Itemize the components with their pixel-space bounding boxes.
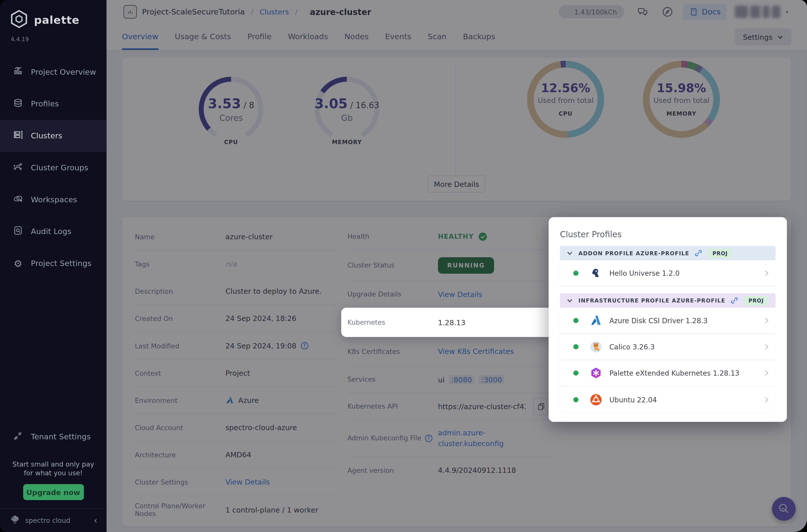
link-icon [731, 297, 739, 305]
chevron-right-icon [762, 343, 771, 351]
sidebar-item-project-settings[interactable]: ⚙ Project Settings [0, 248, 107, 280]
sidebar-item-label: Project Settings [31, 259, 91, 268]
azure-disk-icon [590, 315, 602, 327]
gear-icon: ⚙ [13, 258, 23, 268]
profile-pack-row-hello-universe[interactable]: Hello Universe 1.2.0 [560, 260, 775, 286]
network-icon [13, 162, 23, 174]
sidebar-footer: spectro cloud ‹ [0, 508, 107, 532]
chevron-right-icon [762, 269, 771, 277]
profile-pack-row-pxk[interactable]: Palette eXtended Kubernetes 1.28.13 [560, 360, 775, 386]
collapse-sidebar-icon[interactable]: ‹ [94, 515, 97, 525]
pack-name: Hello Universe 1.2.0 [609, 269, 680, 277]
profile-pack-row-ubuntu[interactable]: Ubuntu 22.04 [560, 386, 775, 413]
palette-logo-icon [9, 9, 29, 31]
pack-name: Ubuntu 22.04 [609, 395, 657, 404]
chevron-down-icon [566, 249, 574, 257]
infrastructure-profile-header[interactable]: INFRASTRUCTURE PROFILE AZURE-PROFILE PRO… [560, 293, 775, 308]
sidebar-item-workspaces[interactable]: Workspaces [0, 184, 107, 215]
layers-icon [13, 98, 23, 110]
profile-header-label: INFRASTRUCTURE PROFILE AZURE-PROFILE [578, 298, 725, 304]
calico-icon [590, 341, 602, 353]
detail-label: Kubernetes [347, 319, 438, 326]
chevron-right-icon [762, 395, 771, 404]
sidebar-item-label: Tenant Settings [31, 432, 91, 441]
spectro-cloud-logo [9, 514, 20, 527]
brand-name: palette [34, 14, 79, 26]
sidebar-item-profiles[interactable]: Profiles [0, 88, 107, 120]
app-version: 4.4.19 [0, 31, 107, 43]
chevron-right-icon [762, 369, 771, 377]
hello-universe-icon [590, 267, 602, 279]
bar-chart-icon [13, 66, 23, 78]
footer-brand: spectro cloud [25, 516, 70, 524]
status-dot-green [574, 271, 579, 276]
audit-log-icon [13, 225, 23, 238]
panel-title: Cluster Profiles [560, 230, 775, 239]
sidebar: palette 4.4.19 Project Overview [0, 0, 107, 532]
status-dot-green [574, 370, 579, 376]
brand-header: palette [0, 0, 107, 31]
sidebar-item-cluster-groups[interactable]: Cluster Groups [0, 152, 107, 184]
status-dot-green [574, 397, 579, 402]
sidebar-item-audit-logs[interactable]: Audit Logs [0, 215, 107, 248]
link-icon [695, 249, 703, 257]
server-icon [13, 130, 23, 142]
cluster-profiles-panel: Cluster Profiles ADDON PROFILE AZURE-PRO… [549, 217, 787, 422]
proj-badge: PROJ [744, 296, 768, 305]
tools-icon [13, 431, 23, 443]
sidebar-item-project-overview[interactable]: Project Overview [0, 56, 107, 88]
profile-header-label: ADDON PROFILE AZURE-PROFILE [578, 250, 689, 256]
status-dot-green [574, 344, 579, 349]
addon-profile-header[interactable]: ADDON PROFILE AZURE-PROFILE PROJ [560, 246, 775, 261]
sidebar-item-label: Audit Logs [31, 227, 72, 236]
detail-row-kubernetes-spotlight: Kubernetes 1.28.13 [341, 308, 558, 337]
ubuntu-icon [590, 393, 602, 406]
kubernetes-version: 1.28.13 [438, 318, 551, 326]
proj-badge: PROJ [708, 248, 732, 258]
sidebar-menu: Project Overview Profiles [0, 56, 107, 280]
pack-name: Azure Disk CSI Driver 1.28.3 [609, 317, 708, 325]
status-dot-green [574, 318, 579, 323]
chevron-right-icon [762, 317, 771, 325]
chevron-down-icon [566, 297, 574, 304]
pack-name: Palette eXtended Kubernetes 1.28.13 [609, 369, 739, 377]
palette-extended-kubernetes-icon [590, 367, 602, 379]
profile-pack-row-calico[interactable]: Calico 3.26.3 [560, 334, 775, 360]
profile-pack-row-azure-disk[interactable]: Azure Disk CSI Driver 1.28.3 [560, 308, 775, 334]
app-window: palette 4.4.19 Project Overview [0, 0, 807, 532]
upgrade-promo-text: Start small and only pay for what you us… [7, 460, 99, 478]
sidebar-item-label: Clusters [31, 131, 62, 140]
sidebar-item-label: Cluster Groups [31, 163, 89, 172]
sidebar-item-label: Profiles [31, 99, 59, 109]
sidebar-item-label: Workspaces [31, 195, 77, 204]
sidebar-item-label: Project Overview [31, 68, 96, 77]
orbit-icon [13, 194, 23, 206]
sidebar-item-clusters[interactable]: Clusters [0, 120, 107, 152]
pack-name: Calico 3.26.3 [609, 343, 655, 351]
upgrade-now-button[interactable]: Upgrade now [23, 484, 84, 500]
sidebar-item-tenant-settings[interactable]: Tenant Settings [0, 421, 107, 453]
